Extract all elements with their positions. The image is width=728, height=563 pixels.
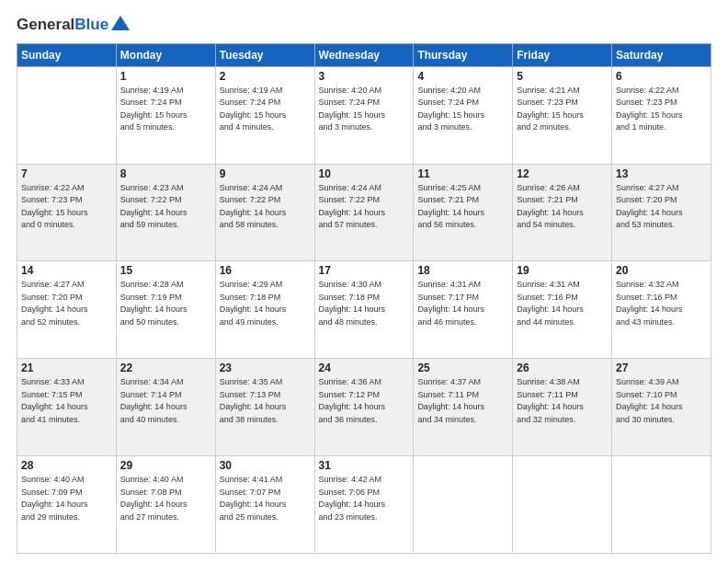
day-info-line: Daylight: 15 hours (517, 110, 584, 120)
day-info-line: Sunset: 7:11 PM (517, 390, 578, 399)
day-info-line: and 38 minutes. (220, 415, 279, 424)
day-info-line: and 48 minutes. (319, 317, 378, 327)
day-info-line: Sunrise: 4:20 AM (417, 86, 481, 95)
calendar-cell: 22Sunrise: 4:34 AMSunset: 7:14 PMDayligh… (116, 359, 215, 456)
day-number: 19 (517, 264, 608, 277)
day-info-line: Daylight: 15 hours (319, 110, 386, 120)
calendar: SundayMondayTuesdayWednesdayThursdayFrid… (17, 43, 711, 554)
calendar-week-row: 1Sunrise: 4:19 AMSunset: 7:24 PMDaylight… (17, 66, 711, 164)
day-number: 5 (517, 70, 608, 83)
calendar-cell: 8Sunrise: 4:23 AMSunset: 7:22 PMDaylight… (116, 164, 215, 261)
calendar-cell: 16Sunrise: 4:29 AMSunset: 7:18 PMDayligh… (215, 261, 314, 359)
day-info: Sunrise: 4:24 AMSunset: 7:22 PMDaylight:… (319, 182, 410, 232)
day-info-line: and 34 minutes. (417, 415, 476, 424)
day-number: 9 (220, 167, 311, 180)
day-info: Sunrise: 4:22 AMSunset: 7:23 PMDaylight:… (21, 182, 112, 232)
day-number: 26 (517, 362, 608, 374)
day-info-line: Daylight: 14 hours (517, 304, 584, 314)
day-info-line: Sunset: 7:13 PM (220, 390, 281, 399)
day-info-line: and 30 minutes. (616, 415, 675, 424)
day-info-line: and 54 minutes. (517, 220, 575, 229)
day-number: 15 (120, 264, 211, 277)
calendar-cell: 17Sunrise: 4:30 AMSunset: 7:18 PMDayligh… (314, 261, 414, 359)
day-info-line: Sunrise: 4:28 AM (120, 280, 184, 289)
calendar-cell: 13Sunrise: 4:27 AMSunset: 7:20 PMDayligh… (612, 164, 711, 261)
day-info: Sunrise: 4:40 AMSunset: 7:08 PMDaylight:… (120, 474, 211, 523)
day-info-line: Sunset: 7:24 PM (319, 98, 381, 107)
day-info-line: Sunset: 7:14 PM (120, 390, 182, 399)
day-info: Sunrise: 4:31 AMSunset: 7:17 PMDaylight:… (417, 279, 508, 328)
day-info: Sunrise: 4:41 AMSunset: 7:07 PMDaylight:… (220, 474, 311, 523)
day-info-line: Sunrise: 4:23 AM (120, 183, 184, 192)
svg-marker-0 (111, 16, 130, 30)
calendar-cell: 15Sunrise: 4:28 AMSunset: 7:19 PMDayligh… (116, 261, 215, 359)
day-info-line: Daylight: 14 hours (616, 402, 683, 411)
day-info-line: Daylight: 14 hours (120, 500, 188, 509)
calendar-cell: 1Sunrise: 4:19 AMSunset: 7:24 PMDaylight… (116, 66, 215, 164)
day-info-line: Sunrise: 4:42 AM (319, 475, 382, 484)
day-info: Sunrise: 4:28 AMSunset: 7:19 PMDaylight:… (120, 279, 211, 328)
day-info-line: Sunset: 7:08 PM (120, 488, 182, 497)
day-info-line: Sunrise: 4:21 AM (517, 86, 580, 95)
day-info-line: Sunrise: 4:31 AM (517, 280, 580, 289)
day-info: Sunrise: 4:32 AMSunset: 7:16 PMDaylight:… (616, 279, 707, 328)
day-info: Sunrise: 4:34 AMSunset: 7:14 PMDaylight:… (120, 376, 211, 426)
day-info-line: Sunrise: 4:39 AM (616, 377, 679, 386)
day-info: Sunrise: 4:20 AMSunset: 7:24 PMDaylight:… (417, 85, 508, 134)
day-info-line: Sunrise: 4:26 AM (517, 183, 580, 192)
day-info-line: Sunrise: 4:40 AM (21, 475, 85, 484)
day-info-line: and 2 minutes. (517, 122, 571, 132)
day-info-line: Sunset: 7:20 PM (616, 195, 677, 204)
day-info-line: and 27 minutes. (120, 512, 179, 522)
day-info-line: Sunrise: 4:30 AM (319, 280, 382, 289)
day-info-line: Daylight: 15 hours (616, 110, 683, 120)
day-info-line: Daylight: 14 hours (417, 304, 484, 314)
day-info-line: Daylight: 15 hours (21, 208, 88, 217)
calendar-cell: 23Sunrise: 4:35 AMSunset: 7:13 PMDayligh… (215, 359, 314, 456)
day-info: Sunrise: 4:42 AMSunset: 7:06 PMDaylight:… (319, 474, 410, 523)
weekday-header: Saturday (612, 43, 711, 66)
day-number: 13 (616, 167, 707, 180)
day-info-line: Sunrise: 4:31 AM (417, 280, 481, 289)
day-info: Sunrise: 4:19 AMSunset: 7:24 PMDaylight:… (120, 85, 211, 134)
day-info-line: Daylight: 14 hours (319, 208, 386, 217)
day-info-line: Daylight: 14 hours (220, 402, 287, 411)
day-info-line: Daylight: 14 hours (319, 304, 386, 314)
day-info-line: and 57 minutes. (319, 220, 378, 229)
day-info: Sunrise: 4:19 AMSunset: 7:24 PMDaylight:… (220, 85, 311, 134)
day-info: Sunrise: 4:36 AMSunset: 7:12 PMDaylight:… (319, 376, 410, 426)
day-number: 22 (120, 362, 211, 374)
day-number: 3 (319, 70, 410, 83)
weekday-header: Tuesday (215, 43, 314, 66)
day-number: 24 (319, 362, 410, 374)
day-info-line: and 41 minutes. (21, 415, 80, 424)
day-info-line: and 40 minutes. (120, 415, 179, 424)
logo-triangle-icon (110, 13, 131, 33)
day-info-line: and 44 minutes. (517, 317, 575, 327)
day-info-line: Daylight: 14 hours (417, 208, 484, 217)
day-info-line: Sunset: 7:19 PM (120, 293, 182, 302)
day-info: Sunrise: 4:23 AMSunset: 7:22 PMDaylight:… (120, 182, 211, 232)
logo-area: GeneralBlue (17, 17, 131, 34)
day-info-line: Sunrise: 4:24 AM (220, 183, 283, 192)
day-info-line: and 5 minutes. (120, 122, 175, 132)
day-info-line: Sunset: 7:20 PM (21, 293, 83, 302)
day-info: Sunrise: 4:38 AMSunset: 7:11 PMDaylight:… (517, 376, 608, 426)
calendar-cell (414, 456, 513, 554)
day-number: 11 (417, 167, 508, 180)
day-info-line: and 46 minutes. (417, 317, 476, 327)
day-info-line: Daylight: 14 hours (220, 208, 287, 217)
logo-text: GeneralBlue (17, 17, 108, 34)
day-info: Sunrise: 4:21 AMSunset: 7:23 PMDaylight:… (517, 85, 608, 134)
day-info-line: Daylight: 14 hours (120, 402, 188, 411)
day-info-line: Sunrise: 4:24 AM (319, 183, 382, 192)
day-info-line: Sunrise: 4:19 AM (120, 86, 184, 95)
calendar-cell: 26Sunrise: 4:38 AMSunset: 7:11 PMDayligh… (513, 359, 612, 456)
calendar-cell: 18Sunrise: 4:31 AMSunset: 7:17 PMDayligh… (414, 261, 513, 359)
day-info-line: and 4 minutes. (220, 122, 274, 132)
day-info-line: Sunset: 7:24 PM (417, 98, 479, 107)
calendar-cell: 3Sunrise: 4:20 AMSunset: 7:24 PMDaylight… (314, 66, 414, 164)
calendar-cell: 19Sunrise: 4:31 AMSunset: 7:16 PMDayligh… (513, 261, 612, 359)
day-info: Sunrise: 4:35 AMSunset: 7:13 PMDaylight:… (220, 376, 311, 426)
day-info-line: Sunrise: 4:36 AM (319, 377, 382, 386)
